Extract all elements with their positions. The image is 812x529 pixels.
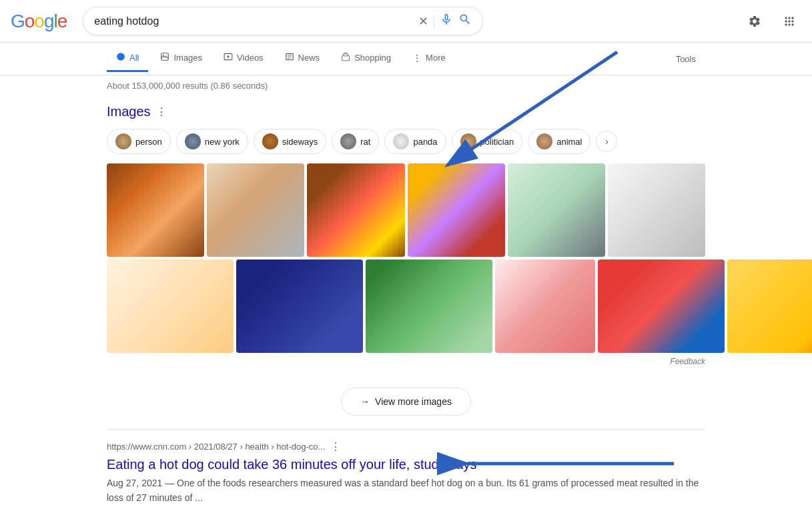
search-divider — [434, 15, 434, 28]
all-icon — [116, 52, 125, 63]
result-date: Aug 27, 2021 — [107, 478, 162, 488]
search-input[interactable] — [94, 15, 413, 27]
image-cell-5[interactable] — [508, 163, 605, 257]
image-cell-9[interactable] — [366, 259, 492, 353]
tools-button[interactable]: Tools — [667, 47, 705, 71]
image-filters: person new york sideways rat panda polit… — [107, 129, 705, 154]
image-cell-7[interactable] — [107, 259, 234, 353]
filter-panda-label: panda — [413, 137, 437, 147]
images-header: Images ⋮ — [107, 104, 705, 119]
videos-icon — [224, 52, 233, 63]
result-url-text: https://www.cnn.com › 2021/08/27 › healt… — [107, 442, 325, 452]
filter-animal-img — [536, 133, 552, 149]
images-icon — [160, 52, 169, 63]
tab-news-label: News — [298, 53, 320, 63]
apps-icon[interactable] — [777, 9, 801, 33]
result-snippet: Aug 27, 2021 — One of the foods research… — [107, 476, 705, 505]
filter-politician[interactable]: politician — [452, 129, 523, 154]
tab-shopping-label: Shopping — [354, 53, 391, 63]
filter-sideways-img — [262, 133, 278, 149]
image-cell-10[interactable] — [495, 259, 595, 353]
image-cell-8[interactable] — [236, 259, 363, 353]
mic-icon[interactable] — [440, 13, 453, 29]
filter-expand-icon[interactable]: › — [596, 131, 617, 152]
logo-letter-g1: G — [11, 11, 25, 32]
tab-videos[interactable]: Videos — [214, 45, 273, 72]
svg-point-2 — [163, 55, 165, 56]
result-title[interactable]: Eating a hot dog could take 36 minutes o… — [107, 456, 705, 473]
tab-news[interactable]: News — [276, 45, 330, 72]
result-count: About 153,000,000 results (0.86 seconds) — [0, 75, 812, 96]
view-more-button[interactable]: → View more images — [341, 388, 471, 416]
logo-letter-o1: o — [25, 11, 35, 32]
filter-newyork[interactable]: new york — [176, 129, 248, 154]
images-section: Images ⋮ person new york sideways rat — [0, 96, 812, 380]
filter-rat-label: rat — [360, 137, 370, 147]
image-cell-12[interactable] — [727, 259, 812, 353]
tab-images[interactable]: Images — [151, 45, 212, 72]
svg-marker-4 — [228, 55, 230, 59]
filter-sideways[interactable]: sideways — [254, 129, 326, 154]
logo-letter-e: e — [57, 11, 67, 32]
tab-more[interactable]: ⋮ More — [403, 46, 455, 72]
filter-person-img — [115, 133, 131, 149]
result-url: https://www.cnn.com › 2021/08/27 › healt… — [107, 440, 705, 453]
nav-tabs: All Images Videos News Shopping — [0, 43, 812, 75]
header-right — [743, 9, 801, 33]
more-icon: ⋮ — [412, 53, 422, 63]
filter-animal[interactable]: animal — [528, 129, 590, 154]
view-more-arrow-icon: → — [360, 396, 370, 407]
tab-videos-label: Videos — [237, 53, 264, 63]
tab-shopping[interactable]: Shopping — [332, 45, 400, 72]
filter-politician-img — [460, 133, 476, 149]
filter-sideways-label: sideways — [282, 137, 318, 147]
filter-panda-img — [393, 133, 409, 149]
image-cell-6[interactable] — [608, 163, 705, 257]
image-cell-3[interactable] — [307, 163, 404, 257]
tab-all[interactable]: All — [107, 45, 148, 72]
filter-animal-label: animal — [556, 137, 582, 147]
filter-newyork-img — [185, 133, 201, 149]
images-title[interactable]: Images — [107, 104, 151, 119]
image-cell-4[interactable] — [408, 163, 505, 257]
filter-rat[interactable]: rat — [332, 129, 379, 154]
image-cell-2[interactable] — [207, 163, 304, 257]
header: Google ✕ — [0, 0, 812, 43]
settings-icon[interactable] — [743, 9, 767, 33]
tab-images-label: Images — [173, 53, 202, 63]
svg-point-0 — [117, 53, 125, 61]
filter-politician-label: politician — [480, 137, 514, 147]
filter-person-label: person — [135, 137, 162, 147]
filter-rat-img — [340, 133, 356, 149]
feedback-label: Feedback — [107, 356, 705, 372]
tab-all-label: All — [129, 53, 139, 63]
filter-person[interactable]: person — [107, 129, 171, 154]
news-icon — [285, 52, 294, 63]
image-grid-row1 — [107, 163, 705, 257]
search-bar: ✕ — [83, 7, 483, 35]
google-logo: Google — [11, 11, 67, 32]
clear-icon[interactable]: ✕ — [418, 14, 428, 29]
search-bar-container: ✕ — [83, 7, 483, 35]
image-cell-11[interactable] — [598, 259, 725, 353]
search-submit-icon[interactable] — [458, 13, 472, 29]
filter-newyork-label: new york — [205, 137, 240, 147]
shopping-icon — [341, 52, 350, 63]
search-result: https://www.cnn.com › 2021/08/27 › healt… — [0, 430, 812, 516]
result-more-icon[interactable]: ⋮ — [330, 440, 341, 453]
filter-panda[interactable]: panda — [384, 129, 446, 154]
image-cell-1[interactable] — [107, 163, 204, 257]
view-more-container: → View more images — [107, 380, 705, 430]
tab-more-label: More — [426, 53, 446, 63]
view-more-label: View more images — [375, 396, 452, 407]
logo-letter-g2: g — [44, 11, 54, 32]
result-snippet-text: — One of the foods researchers measured … — [107, 478, 699, 503]
logo-letter-o2: o — [34, 11, 44, 32]
images-menu-icon[interactable]: ⋮ — [156, 105, 167, 118]
